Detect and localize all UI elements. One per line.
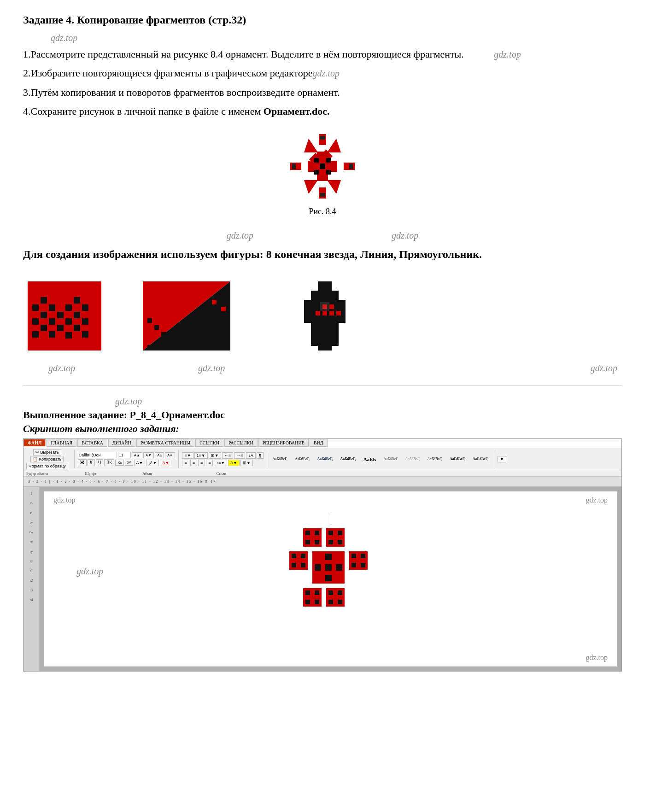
svg-rect-14 [320,164,325,169]
copy-button[interactable]: 📋 Копировать [30,456,64,462]
shading-btn[interactable]: A▼ [228,460,240,466]
tab-mailings[interactable]: РАССЫЛКИ [224,439,258,447]
indent-dec[interactable]: ←≡ [222,452,233,459]
tab-view[interactable]: ВИД [310,439,328,447]
svg-rect-35 [32,331,39,338]
shape-black-ornament [286,277,382,358]
style-samples: АаБбВеГ, АаБбВеГ, АаБбВеГ, АаБбВеГ, АаБЬ… [270,456,491,463]
svg-rect-78 [329,311,334,315]
svg-rect-77 [322,311,327,315]
ruler: 3 · 2 · 1 | · 1 · 2 · 3 · 4 · 5 · 6 · 7 … [23,477,621,487]
svg-rect-57 [212,300,217,304]
style-heading2[interactable]: АаБбВеГ, [338,456,358,462]
svg-rect-59 [147,345,152,350]
watermark-8: gdz.top [591,363,617,374]
svg-rect-84 [315,531,319,535]
line-spacing[interactable]: ↕≡▼ [214,460,227,466]
svg-rect-93 [338,540,342,544]
decrease-font[interactable]: A▼ [143,452,154,458]
clear-format[interactable]: Aa [155,452,164,458]
svg-rect-68 [210,345,214,350]
task-list: 1.Рассмотрите представленный на рисунке … [23,46,622,120]
subscript-btn[interactable]: X₂ [115,460,123,466]
label-clipboard: Буфер обмена [26,472,48,476]
svg-rect-98 [292,563,296,567]
superscript-btn[interactable]: X² [125,460,133,466]
font-name-input[interactable] [78,452,117,458]
svg-rect-66 [196,345,200,350]
multilevel-btn[interactable]: ⊞▼ [209,452,221,459]
tab-file[interactable]: ФАЙЛ [23,439,46,447]
svg-rect-113 [356,558,361,563]
row-7: ry [30,549,33,554]
style-no-spacing[interactable]: АаБбВеГ, [293,456,312,462]
style-subtitle[interactable]: АаБбВеГ [381,456,400,462]
style-normal[interactable]: АаБбВеГ, [270,456,290,462]
style-strong[interactable]: АаБбВеГ, [447,456,468,462]
tab-design[interactable]: ДИЗАЙН [108,439,135,447]
increase-font[interactable]: A▲ [132,452,142,458]
svg-rect-24 [320,193,325,197]
label-styles: Стили [217,472,226,476]
tab-insert[interactable]: ВСТАВКА [77,439,107,447]
svg-rect-41 [74,312,80,318]
format-painter[interactable]: Формат по образцу [26,463,68,469]
para-marks[interactable]: ¶ [257,452,264,459]
underline-btn[interactable]: Ч [96,459,104,466]
svg-rect-28 [32,304,39,311]
borders-btn[interactable]: ⊞▼ [240,460,253,466]
toolbar-tabs[interactable]: ФАЙЛ ГЛАВНАЯ ВСТАВКА ДИЗАЙН РАЗМЕТКА СТР… [23,439,621,447]
text-effects[interactable]: A✦ [165,452,175,458]
tab-layout[interactable]: РАЗМЕТКА СТРАНИЦЫ [136,439,194,447]
separator-2 [178,450,179,468]
indent-inc[interactable]: →≡ [234,452,245,459]
font-color-a[interactable]: A▼ [134,460,146,466]
style-heading1[interactable]: АаБбВеГ, [315,456,335,462]
bold-btn[interactable]: Ж [78,459,87,466]
bullets-btn[interactable]: ≡▼ [182,452,193,459]
font-color-btn[interactable]: A▼ [160,460,171,466]
ornament-section: Рис. 8.4 [23,129,622,216]
document-ornament-svg [266,528,395,657]
svg-rect-117 [305,590,310,595]
task-2: 2.Изобразите повторяющиеся фрагменты в г… [23,64,622,82]
style-title[interactable]: АаБЬ [361,456,379,463]
svg-rect-108 [319,571,325,577]
strikethrough-btn[interactable]: ЗК [104,459,114,466]
numbering-btn[interactable]: 1≡▼ [194,452,208,459]
font-size-input[interactable] [118,452,131,458]
shape-diagonal [138,277,240,358]
row-6: rx [30,540,33,544]
svg-rect-50 [147,318,152,323]
svg-rect-51 [154,325,159,330]
style-emphasis[interactable]: АаБбВеГ, [425,456,445,462]
align-left[interactable]: ≡ [182,460,189,466]
align-justify[interactable]: ≡ [206,460,213,466]
cursor [331,514,331,524]
svg-rect-112 [361,554,365,558]
style-subtle-em[interactable]: АаБбВеГ, [403,456,422,462]
svg-rect-125 [333,595,338,600]
sort-btn[interactable]: ↕A [246,452,256,459]
tab-links[interactable]: ССЫЛКИ [195,439,223,447]
svg-rect-40 [82,304,88,311]
styles-expand[interactable]: ▼ [498,456,506,462]
fig-caption: Рис. 8.4 [309,207,336,216]
page-watermark-cl: gdz.top [76,565,103,577]
svg-rect-29 [41,297,47,304]
tab-main[interactable]: ГЛАВНАЯ [47,439,76,447]
ruler-marks: 3 · 2 · 1 | · 1 · 2 · 3 · 4 · 5 · 6 · 7 … [28,479,216,484]
italic-btn[interactable]: К [88,459,95,466]
label-font: Шрифт [85,472,96,476]
tab-review[interactable]: РЕЦЕНЗИРОВАНИЕ [258,439,309,447]
shape-svg-1 [23,277,111,355]
align-center[interactable]: ≡ [190,460,197,466]
row-9: r1 [30,569,33,573]
svg-rect-109 [332,571,338,577]
align-right[interactable]: ≡ [198,460,205,466]
paste-button[interactable]: ✂ Вырезать [33,449,61,456]
style-strict[interactable]: АаБбВеГ, [470,456,491,462]
watermark-6: gdz.top [48,363,75,374]
font-controls: A▲ A▼ Aa A✦ Ж К Ч ЗК X₂ X² A▼ 🖊▼ [78,452,176,466]
highlight-btn[interactable]: 🖊▼ [146,460,159,466]
